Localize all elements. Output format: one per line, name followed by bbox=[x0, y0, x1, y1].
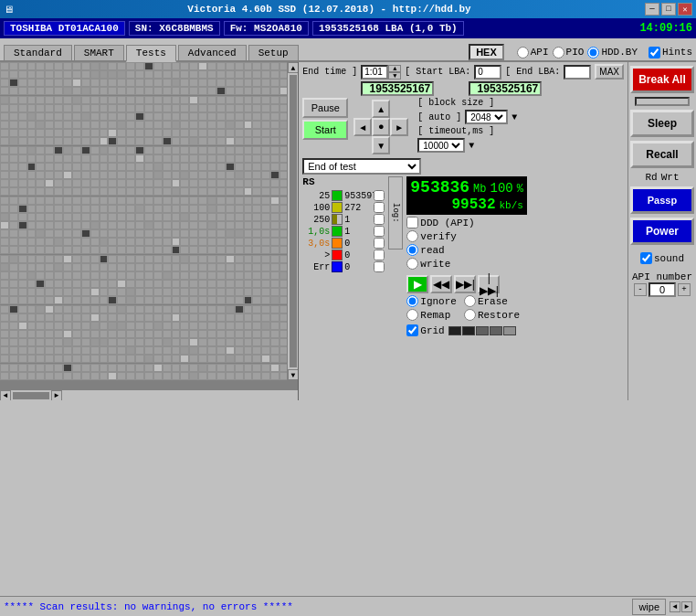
time-spin-down[interactable]: ▼ bbox=[388, 72, 401, 80]
scroll-left-arrow[interactable]: ◄ bbox=[0, 390, 11, 401]
bar-err-checkbox[interactable] bbox=[374, 261, 385, 272]
sound-checkbox[interactable] bbox=[640, 252, 652, 264]
bar-1s-container bbox=[332, 226, 343, 237]
log-button[interactable]: log: bbox=[388, 176, 403, 250]
radio-api[interactable] bbox=[517, 47, 529, 58]
bar-3s-label: 3,0s bbox=[302, 239, 330, 249]
bottom-scroll-right[interactable]: ► bbox=[681, 601, 692, 612]
power-button[interactable]: Power bbox=[630, 218, 694, 245]
bar-3s-checkbox[interactable] bbox=[374, 238, 385, 249]
sleep-button[interactable]: Sleep bbox=[630, 110, 694, 137]
ddd-checkbox[interactable] bbox=[406, 217, 418, 228]
minimize-button[interactable]: ─ bbox=[645, 3, 659, 16]
hints-checkbox[interactable] bbox=[649, 47, 660, 58]
arrow-right[interactable]: ► bbox=[390, 118, 408, 136]
bar-1s-checkbox[interactable] bbox=[374, 226, 385, 237]
app-icon: 🖥 bbox=[4, 4, 14, 16]
start-lba-input[interactable] bbox=[474, 65, 501, 80]
sound-row: sound bbox=[640, 252, 684, 264]
wipe-button[interactable]: wipe bbox=[632, 599, 666, 615]
hex-button[interactable]: HEX bbox=[469, 44, 504, 60]
remap-label: Remap bbox=[420, 310, 450, 321]
remap-option[interactable]: Remap bbox=[406, 309, 457, 321]
bottom-scroll-left[interactable]: ◄ bbox=[670, 601, 680, 612]
block-size-select[interactable]: 2048 512 1024 4096 bbox=[465, 110, 508, 124]
drive-lba-info: 1953525168 LBA (1,0 Tb) bbox=[312, 21, 464, 36]
tab-setup[interactable]: Setup bbox=[248, 45, 299, 60]
radio-pio[interactable] bbox=[553, 47, 564, 58]
passp-button[interactable]: Passp bbox=[630, 186, 694, 214]
scroll-h-thumb[interactable] bbox=[13, 392, 49, 399]
horizontal-scrollbar[interactable]: ◄ ► bbox=[0, 389, 299, 400]
hints-checkbox-label[interactable]: Hints bbox=[649, 47, 692, 58]
arrow-down[interactable]: ▼ bbox=[372, 136, 390, 154]
erase-option[interactable]: Erase bbox=[464, 295, 520, 307]
arrow-up[interactable]: ▲ bbox=[372, 100, 390, 118]
block-size-row: [ block size ] bbox=[417, 98, 517, 108]
bottom-scrollbar[interactable]: ◄ ► bbox=[670, 601, 692, 612]
pause-button[interactable]: Pause bbox=[302, 98, 348, 118]
api-row: API number - + bbox=[632, 271, 692, 297]
close-button[interactable]: ✕ bbox=[678, 3, 692, 16]
scroll-thumb[interactable] bbox=[290, 75, 297, 367]
scroll-up-arrow[interactable]: ▲ bbox=[288, 62, 299, 73]
end-lba-input[interactable] bbox=[564, 65, 591, 80]
bar-100-label: 100 bbox=[302, 203, 330, 213]
vertical-scrollbar[interactable]: ▲ ▼ bbox=[287, 62, 298, 380]
write-radio[interactable] bbox=[406, 258, 418, 270]
bar-250-label: 250 bbox=[302, 215, 330, 225]
ddd-row: DDD (API) bbox=[406, 217, 527, 228]
bar-100-checkbox[interactable] bbox=[374, 202, 385, 213]
api-number-label: API number bbox=[632, 271, 692, 282]
scroll-down-arrow[interactable]: ▼ bbox=[288, 369, 299, 380]
tab-standard[interactable]: Standard bbox=[4, 45, 72, 60]
lba-display-2[interactable] bbox=[469, 81, 542, 96]
end-test-select[interactable]: End of test Reboot Shutdown bbox=[302, 158, 421, 175]
radio-api-label[interactable]: API bbox=[517, 47, 549, 58]
restore-option[interactable]: Restore bbox=[464, 309, 520, 321]
read-option[interactable]: read bbox=[406, 244, 527, 256]
timeout-select[interactable]: 10000 5000 20000 bbox=[417, 138, 465, 153]
max-button[interactable]: MAX bbox=[595, 64, 624, 80]
remap-radio[interactable] bbox=[406, 309, 418, 321]
verify-radio[interactable] bbox=[406, 230, 418, 242]
radio-hddby[interactable] bbox=[587, 47, 599, 58]
erase-radio[interactable] bbox=[464, 295, 476, 307]
tab-tests[interactable]: Tests bbox=[126, 45, 176, 62]
ignore-radio[interactable] bbox=[406, 295, 418, 307]
back-button[interactable]: ◀◀ bbox=[430, 275, 452, 293]
bar-25-checkbox[interactable] bbox=[374, 190, 385, 201]
time-spinner: ▲ ▼ bbox=[388, 65, 401, 80]
radio-pio-label[interactable]: PIO bbox=[553, 47, 585, 58]
arrow-left[interactable]: ◄ bbox=[353, 118, 372, 136]
api-spin-up[interactable]: + bbox=[678, 283, 691, 296]
tab-advanced[interactable]: Advanced bbox=[178, 45, 247, 60]
play-button[interactable]: ▶ bbox=[406, 275, 428, 293]
api-spin-down[interactable]: - bbox=[634, 283, 647, 296]
skip-forward-button[interactable]: ▶▶| bbox=[454, 275, 476, 293]
transport-row: ▶ ◀◀ ▶▶| |▶▶| bbox=[406, 275, 527, 293]
restore-radio[interactable] bbox=[464, 309, 476, 321]
recall-button[interactable]: Recall bbox=[630, 141, 694, 168]
bar-gt-checkbox[interactable] bbox=[374, 250, 385, 260]
ignore-option[interactable]: Ignore bbox=[406, 295, 457, 307]
ddd-label: DDD (API) bbox=[420, 218, 474, 228]
verify-option[interactable]: verify bbox=[406, 230, 527, 242]
grid-row: Grid bbox=[406, 324, 527, 336]
radio-hddby-label[interactable]: HDD.BY bbox=[587, 47, 638, 58]
scroll-right-arrow[interactable]: ► bbox=[51, 390, 62, 401]
write-option[interactable]: write bbox=[406, 258, 527, 270]
time-spin-up[interactable]: ▲ bbox=[388, 65, 401, 72]
bar-250-checkbox[interactable] bbox=[374, 214, 385, 225]
tab-smart[interactable]: SMART bbox=[74, 45, 124, 60]
ignore-row: Ignore Remap Erase bbox=[406, 295, 527, 321]
end-time-input[interactable] bbox=[361, 65, 388, 80]
maximize-button[interactable]: □ bbox=[661, 3, 676, 16]
skip-end-button[interactable]: |▶▶| bbox=[478, 275, 500, 293]
read-radio[interactable] bbox=[406, 244, 418, 256]
api-value-input[interactable] bbox=[649, 282, 676, 297]
break-all-button[interactable]: Break All bbox=[630, 66, 694, 93]
lba-display-1[interactable] bbox=[361, 81, 434, 96]
start-button[interactable]: Start bbox=[302, 120, 348, 140]
grid-checkbox[interactable] bbox=[406, 324, 418, 336]
